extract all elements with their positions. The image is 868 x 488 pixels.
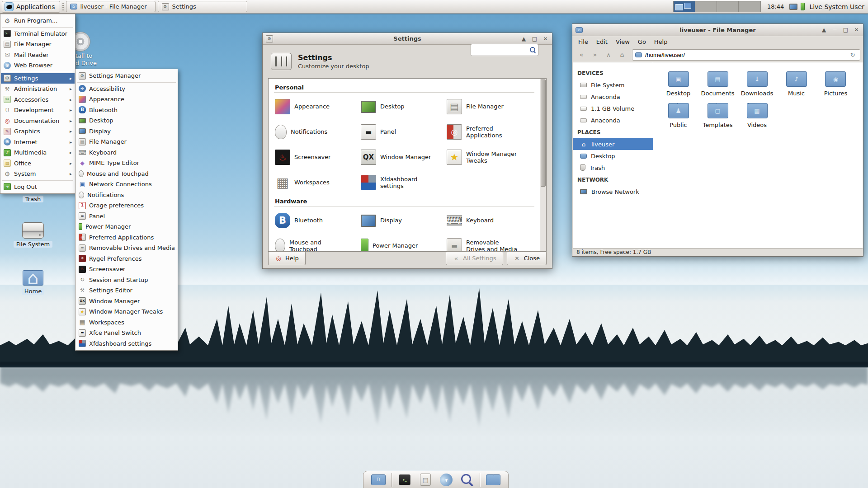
up-button[interactable]: ∧	[602, 49, 615, 61]
app-menu-item-development[interactable]: {}Development▸	[1, 105, 75, 116]
app-menu-item-graphics[interactable]: ✎Graphics▸	[1, 126, 75, 137]
sidebar-item-liveuser[interactable]: ⌂liveuser	[573, 138, 653, 150]
app-menu-item-office[interactable]: ▤Office▸	[1, 158, 75, 169]
settings-submenu-item-screensaver[interactable]: ♨Screensaver	[76, 264, 177, 275]
forward-button[interactable]: »	[589, 49, 601, 61]
workspace-2[interactable]	[695, 1, 717, 12]
shade-button[interactable]: ▲	[821, 27, 827, 33]
file-manager-titlebar[interactable]: ⌂ liveuser - File Manager ▲ − □ ✕	[572, 24, 863, 36]
menu-help[interactable]: Help	[650, 37, 672, 47]
file-music[interactable]: ♪Music	[786, 71, 807, 97]
settings-submenu-item-bluetooth[interactable]: BBluetooth	[76, 105, 177, 116]
sidebar-item-browse-network[interactable]: Browse Network	[573, 186, 653, 197]
clock[interactable]: 18:44	[767, 3, 784, 10]
settings-submenu-item-power-manager[interactable]: Power Manager	[76, 221, 177, 232]
menu-go[interactable]: Go	[634, 37, 650, 47]
help-button[interactable]: ◎Help	[268, 251, 306, 265]
settings-submenu-item-session-and-startup[interactable]: ↻Session and Startup	[76, 275, 177, 286]
task-button-liveuser-file-manager[interactable]: ⌂liveuser - File Manager	[66, 1, 156, 12]
back-button[interactable]: «	[575, 49, 588, 61]
app-menu-item-run-program[interactable]: ⚙Run Program...	[1, 15, 75, 26]
settings-submenu-item-appearance[interactable]: Appearance	[76, 94, 177, 105]
settings-submenu-item-desktop[interactable]: Desktop	[76, 115, 177, 126]
applications-menu-button[interactable]: Applications	[2, 1, 60, 13]
settings-item-workspaces[interactable]: ▦Workspaces	[274, 170, 360, 195]
close-button[interactable]: ✕Close	[507, 251, 547, 265]
settings-submenu-item-display[interactable]: Display	[76, 126, 177, 137]
app-menu-item-settings[interactable]: ⚙Settings▸	[1, 73, 75, 84]
settings-submenu-item-panel[interactable]: ▬Panel	[76, 211, 177, 222]
settings-item-file-manager[interactable]: ▤File Manager	[446, 94, 532, 119]
file-pictures[interactable]: ◉Pictures	[824, 71, 847, 97]
app-menu-item-web-browser[interactable]: ⊕Web Browser	[1, 60, 75, 71]
settings-item-desktop[interactable]: Desktop	[360, 94, 446, 119]
settings-submenu-item-xfdashboard-settings[interactable]: Xfdashboard settings	[76, 338, 177, 349]
app-menu-item-internet[interactable]: ⊕Internet▸	[1, 137, 75, 148]
settings-item-mouse-and-touchpad[interactable]: Mouse and Touchpad	[274, 233, 360, 252]
menu-file[interactable]: File	[574, 37, 592, 47]
maximize-button[interactable]: □	[531, 36, 538, 42]
dock-folder-button[interactable]	[486, 473, 501, 487]
app-menu-item-terminal-emulator[interactable]: >_Terminal Emulator	[1, 28, 75, 39]
app-menu-item-multimedia[interactable]: ♪Multimedia▸	[1, 147, 75, 158]
settings-item-xfdashboard-settings[interactable]: Xfdashboard settings	[360, 170, 446, 195]
file-desktop[interactable]: ▣Desktop	[666, 71, 691, 97]
shade-button[interactable]: ▲	[520, 36, 527, 42]
settings-submenu-item-settings-manager[interactable]: ⚙Settings Manager	[76, 70, 177, 81]
close-button[interactable]: ✕	[853, 27, 860, 33]
settings-submenu-item-mime-type-editor[interactable]: ◆MIME Type Editor	[76, 158, 177, 169]
maximize-button[interactable]: □	[842, 27, 849, 33]
sidebar-item-desktop[interactable]: Desktop	[573, 150, 653, 162]
settings-item-keyboard[interactable]: ⌨Keyboard	[446, 208, 532, 233]
settings-window-titlebar[interactable]: ⚙ Settings ▲ □ ✕	[263, 33, 552, 45]
workspace-1[interactable]	[674, 1, 695, 12]
file-downloads[interactable]: ↓Downloads	[741, 71, 773, 97]
close-button[interactable]: ✕	[542, 36, 549, 42]
path-input[interactable]	[645, 52, 845, 58]
sidebar-item-file-system[interactable]: File System	[573, 79, 653, 91]
home-button[interactable]: ⌂	[616, 49, 628, 61]
app-menu-item-log-out[interactable]: ➜Log Out	[1, 182, 75, 192]
settings-item-bluetooth[interactable]: BBluetooth	[274, 208, 360, 233]
settings-submenu-item-rygel-preferences[interactable]: ❖Rygel Preferences	[76, 253, 177, 264]
app-menu-item-file-manager[interactable]: ▤File Manager	[1, 39, 75, 50]
settings-submenu-item-removable-drives-and-media[interactable]: ▬Removable Drives and Media	[76, 243, 177, 253]
settings-submenu-item-window-manager-tweaks[interactable]: ★Window Manager Tweaks	[76, 306, 177, 317]
app-menu-item-documentation[interactable]: ◎Documentation▸	[1, 116, 75, 127]
settings-submenu-item-orage-preferences[interactable]: 1Orage preferences	[76, 200, 177, 211]
scrollbar-thumb[interactable]	[541, 80, 546, 187]
sidebar-item-anaconda[interactable]: Anaconda	[573, 114, 653, 126]
dock-desktop-folder-button[interactable]: D	[371, 473, 386, 487]
settings-item-panel[interactable]: ▬Panel	[360, 119, 446, 145]
settings-submenu-item-file-manager[interactable]: ▤File Manager	[76, 136, 177, 147]
menu-view[interactable]: View	[612, 37, 634, 47]
app-menu-item-accessories[interactable]: ✂Accessories▸	[1, 94, 75, 105]
reload-button[interactable]: ↻	[848, 50, 857, 59]
workspace-3[interactable]	[717, 1, 739, 12]
settings-item-appearance[interactable]: Appearance	[274, 94, 360, 119]
settings-submenu-item-mouse-and-touchpad[interactable]: Mouse and Touchpad	[76, 169, 177, 179]
settings-search-input[interactable]	[473, 47, 529, 53]
workspace-4[interactable]	[739, 1, 760, 12]
task-button-settings[interactable]: ⚙Settings	[158, 1, 247, 12]
app-menu-item-administration[interactable]: ⚒Administration▸	[1, 84, 75, 94]
file-videos[interactable]: ▦Videos	[747, 103, 768, 128]
settings-item-window-manager-tweaks[interactable]: ★Window Manager Tweaks	[446, 145, 532, 170]
settings-scrollbar[interactable]	[540, 79, 546, 251]
settings-item-power-manager[interactable]: Power Manager	[360, 233, 446, 252]
sidebar-item-trash[interactable]: Trash	[573, 162, 653, 174]
app-menu-item-system[interactable]: ⚙System▸	[1, 169, 75, 179]
settings-submenu-item-notifications[interactable]: Notifications	[76, 190, 177, 201]
settings-item-notifications[interactable]: Notifications	[274, 119, 360, 145]
file-public[interactable]: ♟Public	[668, 103, 689, 128]
sidebar-item-1-1-gb-volume[interactable]: 1.1 GB Volume	[573, 103, 653, 114]
settings-submenu-item-xfce-panel-switch[interactable]: ▬Xfce Panel Switch	[76, 328, 177, 338]
settings-item-display[interactable]: Display	[360, 208, 446, 233]
settings-item-preferred-applications[interactable]: ◎Preferred Applications	[446, 119, 532, 145]
settings-submenu-item-preferred-applications[interactable]: ◎Preferred Applications	[76, 232, 177, 243]
dock-search-button[interactable]	[459, 473, 475, 487]
desktop-icon-file-system[interactable]: File System	[13, 222, 53, 248]
settings-item-window-manager[interactable]: QXWindow Manager	[360, 145, 446, 170]
settings-item-removable-drives-and-media[interactable]: ▬Removable Drives and Media	[446, 233, 532, 252]
sidebar-item-anaconda[interactable]: Anaconda	[573, 91, 653, 103]
